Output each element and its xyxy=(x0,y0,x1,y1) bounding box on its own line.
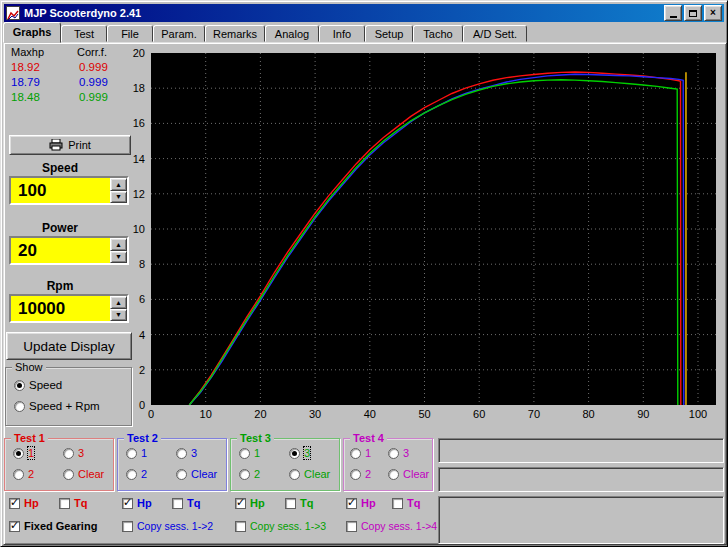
minimize-button[interactable] xyxy=(664,5,682,21)
radio-icon xyxy=(239,448,250,459)
test1-hp-checkbox[interactable]: ✓ Hp xyxy=(9,497,39,509)
fixed-gearing-checkbox[interactable]: ✓ Fixed Gearing xyxy=(9,520,97,532)
tab-info[interactable]: Info xyxy=(319,25,365,42)
test3-option-1[interactable]: 1 xyxy=(239,447,260,459)
checkbox-icon: ✓ xyxy=(122,521,133,532)
test1-tq-checkbox[interactable]: ✓ Tq xyxy=(59,497,87,509)
tab-setup[interactable]: Setup xyxy=(365,25,413,42)
test1-tq-label: Tq xyxy=(74,497,87,509)
update-display-button[interactable]: Update Display xyxy=(6,332,132,360)
tab-remarks[interactable]: Remarks xyxy=(205,25,265,42)
show-option-speed[interactable]: Speed xyxy=(14,379,62,391)
y-tick-label: 6 xyxy=(139,293,145,306)
app-icon xyxy=(6,6,20,20)
x-tick-label: 0 xyxy=(139,408,163,420)
test3-clear-option[interactable]: Clear xyxy=(289,468,330,480)
x-tick-label: 70 xyxy=(522,408,546,420)
power-input[interactable]: 20 xyxy=(11,238,110,263)
x-tick-label: 50 xyxy=(413,408,437,420)
x-tick-label: 90 xyxy=(631,408,655,420)
copy-sess-1-2-checkbox[interactable]: ✓ Copy sess. 1->2 xyxy=(122,520,213,532)
test4-option-2[interactable]: 2 xyxy=(350,468,371,480)
checkbox-icon: ✓ xyxy=(9,498,20,509)
copy-sess-1-3-label: Copy sess. 1->3 xyxy=(250,520,326,532)
close-button[interactable]: × xyxy=(704,5,722,21)
speed-spinedit: 100 ▲ ▼ xyxy=(9,176,129,205)
tab-analog[interactable]: Analog xyxy=(265,25,319,42)
test4-option-3-label: 3 xyxy=(403,447,409,459)
checkbox-icon: ✓ xyxy=(346,521,357,532)
radio-icon xyxy=(350,469,361,480)
y-tick-label: 18 xyxy=(133,82,145,95)
radio-icon xyxy=(388,448,399,459)
tab-graphs[interactable]: Graphs xyxy=(3,22,61,43)
test3-option-3[interactable]: 3 xyxy=(289,447,310,459)
rpm-input[interactable]: 10000 xyxy=(11,296,110,321)
x-tick-label: 10 xyxy=(194,408,218,420)
show-option-speed-rpm[interactable]: Speed + Rpm xyxy=(14,400,100,412)
test4-option-1[interactable]: 1 xyxy=(350,447,371,459)
status-panel-3 xyxy=(438,496,724,544)
test1-option-1[interactable]: 1 xyxy=(13,447,34,459)
test4-tq-checkbox[interactable]: ✓ Tq xyxy=(392,497,420,509)
x-tick-label: 80 xyxy=(577,408,601,420)
corrf-value-2: 0.999 xyxy=(79,76,108,88)
radio-icon xyxy=(289,469,300,480)
speed-label: Speed xyxy=(9,161,111,175)
test3-option-3-label: 3 xyxy=(304,447,310,459)
test1-option-3[interactable]: 3 xyxy=(63,447,84,459)
y-tick-label: 4 xyxy=(139,329,145,342)
test1-clear-option[interactable]: Clear xyxy=(63,468,104,480)
y-tick-label: 8 xyxy=(139,258,145,271)
test3-hp-checkbox[interactable]: ✓ Hp xyxy=(235,497,265,509)
test2-option-2[interactable]: 2 xyxy=(126,468,147,480)
test2-hp-checkbox[interactable]: ✓ Hp xyxy=(122,497,152,509)
tab-param[interactable]: Param. xyxy=(153,25,205,42)
tab-tacho[interactable]: Tacho xyxy=(413,25,463,42)
minimize-icon xyxy=(670,16,677,18)
y-tick-label: 14 xyxy=(133,153,145,166)
test2-clear-option[interactable]: Clear xyxy=(176,468,217,480)
print-button-label: Print xyxy=(68,139,91,151)
test3-tq-checkbox[interactable]: ✓ Tq xyxy=(285,497,313,509)
dyno-plot xyxy=(151,53,716,405)
test1-option-2[interactable]: 2 xyxy=(13,468,34,480)
maximize-button[interactable] xyxy=(684,5,702,21)
copy-sess-1-3-checkbox[interactable]: ✓ Copy sess. 1->3 xyxy=(235,520,326,532)
checkbox-icon: ✓ xyxy=(9,521,20,532)
power-spinedit: 20 ▲ ▼ xyxy=(9,236,129,265)
print-button[interactable]: Print xyxy=(9,135,131,155)
y-tick-label: 12 xyxy=(133,188,145,201)
series-test-1-hp xyxy=(189,72,681,405)
show-option-speed-label: Speed xyxy=(29,379,62,391)
test4-hp-label: Hp xyxy=(361,497,376,509)
status-panel-1 xyxy=(438,438,724,463)
test2-tq-label: Tq xyxy=(187,497,200,509)
radio-icon xyxy=(239,469,250,480)
test2-option-3[interactable]: 3 xyxy=(176,447,197,459)
radio-icon xyxy=(176,448,187,459)
tab-test[interactable]: Test xyxy=(61,25,107,42)
speed-input[interactable]: 100 xyxy=(11,178,110,203)
test4-option-3[interactable]: 3 xyxy=(388,447,409,459)
copy-sess-1-4-checkbox[interactable]: ✓ Copy sess. 1->4 xyxy=(346,520,437,532)
test2-tq-checkbox[interactable]: ✓ Tq xyxy=(172,497,200,509)
maxhp-header: Maxhp xyxy=(11,46,44,58)
series-test-3-hp xyxy=(189,80,678,405)
test1-option-3-label: 3 xyxy=(78,447,84,459)
test3-option-2[interactable]: 2 xyxy=(239,468,260,480)
test2-legend: Test 2 xyxy=(124,432,161,444)
test4-hp-checkbox[interactable]: ✓ Hp xyxy=(346,497,376,509)
printer-icon xyxy=(49,139,63,151)
radio-icon xyxy=(63,469,74,480)
test4-clear-option[interactable]: Clear xyxy=(388,468,429,480)
tab-file[interactable]: File xyxy=(107,25,153,42)
test2-option-2-label: 2 xyxy=(141,468,147,480)
corrf-value-3: 0.999 xyxy=(79,91,108,103)
tab-ad-sett[interactable]: A/D Sett. xyxy=(463,25,527,42)
test2-option-1[interactable]: 1 xyxy=(126,447,147,459)
show-option-speed-rpm-label: Speed + Rpm xyxy=(29,400,100,412)
checkbox-icon: ✓ xyxy=(285,498,296,509)
title-bar[interactable]: MJP Scooterdyno 2.41 × xyxy=(4,4,724,22)
maximize-icon xyxy=(689,10,697,17)
